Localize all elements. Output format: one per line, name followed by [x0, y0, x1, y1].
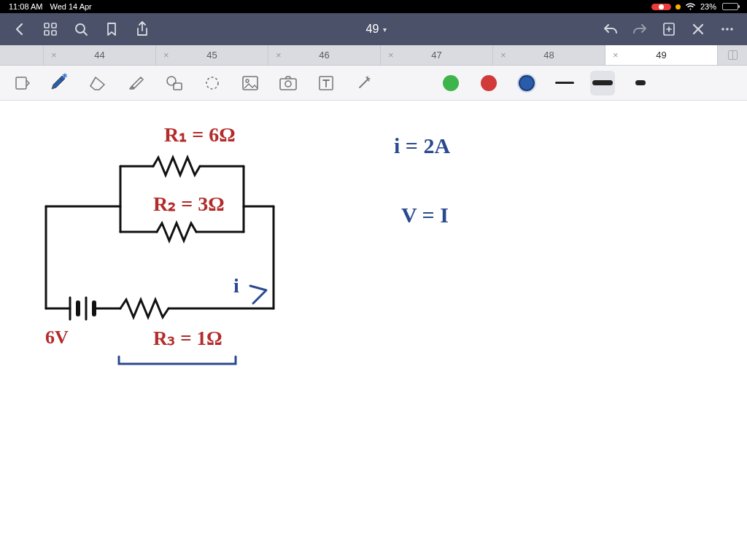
close-icon[interactable]: ×	[613, 50, 619, 61]
color-red[interactable]	[476, 71, 501, 96]
split-view-button[interactable]	[718, 45, 747, 65]
red-color-icon	[481, 75, 497, 91]
share-button[interactable]	[128, 15, 156, 43]
note-canvas[interactable]: R₁ = 6Ω R₂ = 3Ω 6V R₃ = 1Ω i i = 2A V = …	[0, 101, 747, 560]
bookmark-button[interactable]	[98, 15, 125, 43]
circuit-drawing	[40, 148, 288, 330]
highlighter-tool[interactable]	[124, 71, 149, 96]
tab-label: 48	[543, 50, 554, 61]
ipad-status-bar: 11:08 AM Wed 14 Apr 23%	[0, 0, 747, 13]
mic-in-use-dot	[676, 4, 681, 9]
add-page-button[interactable]	[655, 15, 683, 43]
svg-point-7	[726, 28, 729, 31]
tab-label: 45	[206, 50, 217, 61]
close-icon[interactable]: ×	[388, 50, 394, 61]
thin-stroke-icon	[555, 82, 574, 84]
document-title-text: 49	[366, 23, 379, 36]
app-toolbar: 49 ▾	[0, 13, 747, 45]
screen-record-indicator[interactable]	[651, 4, 671, 10]
wifi-icon	[685, 3, 696, 11]
split-view-icon	[728, 50, 738, 60]
green-color-icon	[443, 75, 459, 91]
status-time: 11:08 AM	[9, 2, 42, 11]
eraser-tool[interactable]	[86, 71, 111, 96]
back-button[interactable]	[6, 15, 34, 43]
library-button[interactable]	[36, 15, 64, 43]
image-tool[interactable]	[238, 71, 263, 96]
battery-pct: 23%	[700, 2, 716, 11]
tab-label: 47	[431, 50, 441, 61]
svg-point-12	[206, 77, 218, 89]
status-date: Wed 14 Apr	[50, 2, 91, 11]
svg-point-14	[246, 79, 249, 82]
stroke-medium[interactable]	[590, 71, 615, 96]
svg-rect-1	[52, 23, 56, 28]
blue-color-icon	[519, 75, 535, 91]
tab-47[interactable]: ×47	[381, 45, 493, 65]
label-r1: R₁ = 6Ω	[164, 122, 236, 147]
tab-lead-spacer	[0, 45, 44, 65]
drawing-toolbar: ✱	[0, 66, 747, 101]
redo-button[interactable]	[626, 15, 654, 43]
read-only-toggle[interactable]	[10, 71, 35, 96]
tab-45[interactable]: ×45	[156, 45, 268, 65]
camera-tool[interactable]	[276, 71, 301, 96]
close-icon[interactable]: ×	[276, 50, 282, 61]
svg-point-10	[167, 77, 176, 85]
svg-point-16	[285, 81, 291, 87]
eq-i: i = 2A	[394, 133, 450, 158]
shapes-tool[interactable]	[162, 71, 187, 96]
svg-rect-0	[44, 23, 49, 28]
close-icon[interactable]: ×	[163, 50, 169, 61]
search-button[interactable]	[67, 15, 95, 43]
undo-button[interactable]	[597, 15, 624, 43]
text-tool[interactable]	[314, 71, 338, 96]
pen-tool[interactable]: ✱	[48, 71, 73, 96]
bracket-r3	[117, 354, 241, 369]
tab-strip: ×44 ×45 ×46 ×47 ×48 ×49	[0, 45, 747, 66]
svg-rect-3	[52, 31, 56, 35]
chevron-down-icon: ▾	[383, 26, 387, 34]
more-button[interactable]	[713, 15, 741, 43]
color-green[interactable]	[438, 71, 463, 96]
laser-pointer-tool[interactable]	[352, 71, 376, 96]
tab-label: 46	[319, 50, 329, 61]
close-icon[interactable]: ×	[500, 50, 506, 61]
stroke-thick[interactable]	[628, 71, 653, 96]
tab-48[interactable]: ×48	[493, 45, 605, 65]
bluetooth-icon: ✱	[62, 72, 68, 79]
close-edit-button[interactable]	[684, 15, 712, 43]
color-blue[interactable]	[514, 71, 539, 96]
thick-stroke-icon	[635, 80, 646, 85]
lasso-tool[interactable]	[200, 71, 225, 96]
medium-stroke-icon	[592, 80, 613, 85]
svg-rect-2	[44, 31, 49, 35]
tab-label: 44	[94, 50, 104, 61]
stroke-thin[interactable]	[552, 71, 577, 96]
battery-icon	[722, 3, 738, 10]
eq-v: V = I	[401, 203, 449, 228]
document-title[interactable]: 49 ▾	[366, 23, 387, 36]
svg-rect-9	[16, 77, 26, 89]
svg-point-8	[730, 28, 733, 31]
svg-point-4	[76, 24, 85, 33]
tab-44[interactable]: ×44	[44, 45, 156, 65]
svg-point-6	[721, 28, 724, 31]
tab-49[interactable]: ×49	[605, 45, 718, 65]
tab-label: 49	[656, 50, 666, 61]
tab-46[interactable]: ×46	[268, 45, 381, 65]
close-icon[interactable]: ×	[51, 50, 57, 61]
